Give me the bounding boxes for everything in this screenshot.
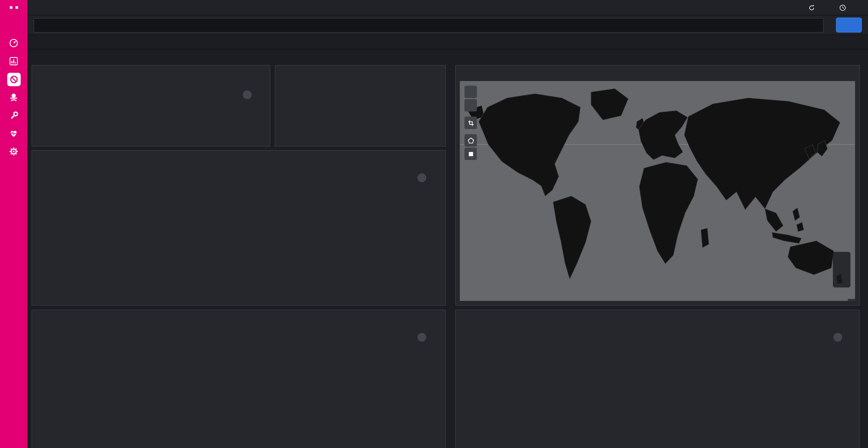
map-legend-row bbox=[838, 263, 845, 267]
polygon-filter-button[interactable] bbox=[464, 134, 477, 146]
gear-icon bbox=[9, 146, 19, 157]
legend-item[interactable] bbox=[256, 98, 264, 102]
legend-dot bbox=[256, 90, 260, 95]
legend-item[interactable] bbox=[846, 354, 854, 359]
legend-toggle-icon[interactable] bbox=[243, 90, 252, 99]
sidebar-item-spy[interactable] bbox=[0, 88, 27, 106]
legend-item[interactable] bbox=[430, 347, 438, 352]
speedometer-icon bbox=[9, 38, 19, 48]
legend-dot bbox=[846, 362, 851, 367]
bar-chart-icon bbox=[9, 56, 19, 66]
legend-item[interactable] bbox=[846, 347, 854, 352]
panel-title bbox=[32, 310, 445, 315]
legend-dot bbox=[838, 257, 842, 261]
legend-item[interactable] bbox=[430, 181, 438, 185]
panel-title bbox=[456, 310, 859, 315]
sidebar-item-dashboard[interactable] bbox=[0, 34, 27, 52]
auto-refresh-button[interactable] bbox=[808, 4, 818, 11]
top-navbar bbox=[27, 0, 868, 15]
time-range-button[interactable] bbox=[839, 4, 849, 11]
active-chip bbox=[7, 72, 21, 86]
legend-dot bbox=[430, 333, 435, 338]
map-legend-row bbox=[838, 268, 845, 273]
legend-dot bbox=[846, 333, 851, 338]
legend-toggle-icon[interactable] bbox=[417, 333, 426, 342]
rectangle-filter-button[interactable] bbox=[464, 148, 477, 160]
legend-dot bbox=[838, 280, 842, 284]
legend-dot bbox=[430, 340, 435, 345]
refresh-button[interactable] bbox=[836, 18, 862, 33]
legend-dot bbox=[846, 340, 851, 345]
panel-heralding-attacks-metric bbox=[275, 65, 446, 146]
legend-dot bbox=[838, 274, 842, 278]
logo-dot-right bbox=[15, 6, 18, 9]
spy-icon bbox=[9, 92, 19, 102]
panel-attacks-by-country-histogram bbox=[455, 310, 860, 448]
panel-heralding-attacks-bar bbox=[32, 65, 270, 146]
add-filter-link[interactable] bbox=[34, 38, 36, 46]
legend-item[interactable] bbox=[846, 340, 854, 345]
navbar-actions bbox=[771, 4, 861, 11]
rectangle-icon bbox=[467, 150, 474, 157]
protocols-legend bbox=[417, 333, 438, 352]
zoom-in-button[interactable] bbox=[464, 86, 477, 98]
wrench-icon bbox=[9, 110, 19, 120]
panel-heralding-attacks-histogram bbox=[32, 150, 446, 306]
legend-dot bbox=[838, 263, 842, 267]
sidebar-item-tools[interactable] bbox=[0, 106, 27, 125]
legend-toggle-icon[interactable] bbox=[417, 173, 426, 182]
legend-dot bbox=[256, 98, 260, 102]
legend-item[interactable] bbox=[430, 340, 438, 345]
map-canvas[interactable] bbox=[460, 81, 855, 301]
sidebar-item-visualize[interactable] bbox=[0, 52, 27, 70]
ban-circle-icon bbox=[9, 75, 18, 84]
legend-dot bbox=[838, 268, 842, 273]
main-area bbox=[27, 0, 868, 448]
panel-title bbox=[32, 66, 270, 71]
search-input[interactable] bbox=[44, 21, 818, 29]
heart-pulse-icon bbox=[9, 129, 19, 138]
polygon-icon bbox=[467, 137, 474, 144]
kibana-dashboard bbox=[0, 0, 868, 448]
panel-heralding-attack-map bbox=[455, 65, 860, 306]
legend-dot bbox=[846, 354, 851, 359]
sidebar-item-heralding[interactable] bbox=[0, 70, 27, 88]
map-legend-row bbox=[838, 257, 845, 261]
legend-dot bbox=[846, 347, 851, 352]
map-attribution[interactable] bbox=[848, 299, 855, 301]
legend-item[interactable] bbox=[846, 333, 854, 338]
map-legend-row bbox=[838, 274, 845, 278]
panel-title bbox=[32, 151, 445, 156]
search-bar-row bbox=[27, 15, 868, 35]
legend-dot bbox=[430, 347, 435, 352]
legend-dot bbox=[430, 181, 435, 185]
legend-item[interactable] bbox=[430, 173, 438, 178]
world-map bbox=[460, 81, 855, 301]
legend-item[interactable] bbox=[430, 333, 438, 338]
map-legend-row bbox=[838, 280, 845, 284]
refresh-cycle-icon bbox=[808, 4, 815, 11]
fit-bounds-button[interactable] bbox=[464, 117, 477, 129]
map-count-legend bbox=[833, 252, 850, 287]
sidebar-item-settings[interactable] bbox=[0, 142, 27, 161]
panel-title bbox=[275, 66, 445, 71]
clock-icon bbox=[839, 4, 846, 11]
legend-toggle-icon[interactable] bbox=[833, 333, 842, 342]
sidebar bbox=[0, 0, 27, 448]
legend-item[interactable] bbox=[256, 90, 264, 95]
attacks-bar-legend bbox=[243, 90, 264, 102]
logo-dot-left bbox=[9, 6, 12, 9]
search-box[interactable] bbox=[34, 18, 824, 32]
crop-icon bbox=[467, 119, 474, 126]
sidebar-item-health[interactable] bbox=[0, 125, 27, 142]
map-controls bbox=[464, 86, 477, 160]
zoom-out-button[interactable] bbox=[464, 99, 477, 111]
country-legend bbox=[833, 333, 854, 367]
attacks-histogram-legend bbox=[417, 173, 438, 185]
panel-title bbox=[456, 66, 859, 71]
legend-item[interactable] bbox=[846, 362, 854, 367]
telekom-logo[interactable] bbox=[0, 0, 27, 27]
legend-dot bbox=[430, 173, 435, 178]
sidebar-nav bbox=[0, 34, 27, 161]
metric-group bbox=[275, 84, 445, 84]
